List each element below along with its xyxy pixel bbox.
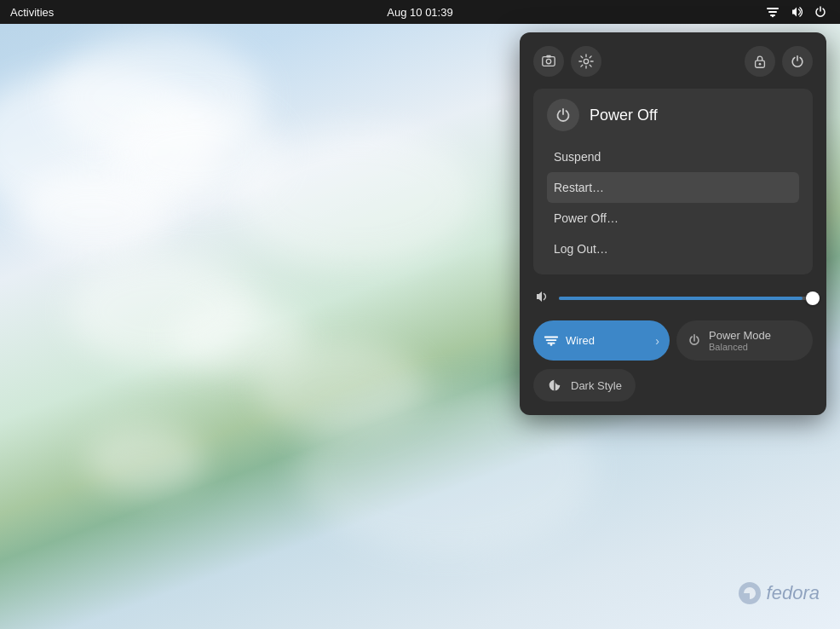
- logout-button[interactable]: Log Out…: [547, 234, 799, 264]
- svg-rect-1: [768, 11, 777, 13]
- panel-header-left: [533, 46, 601, 77]
- screenshot-icon: [541, 54, 556, 69]
- power-mode-subtitle: Balanced: [709, 342, 771, 352]
- power-mode-title: Power Mode: [709, 329, 771, 342]
- activities-button[interactable]: Activities: [10, 6, 54, 19]
- volume-slider-track[interactable]: [559, 297, 813, 300]
- svg-rect-6: [546, 55, 550, 58]
- power-off-title-row: Power Off: [547, 99, 799, 131]
- power-topbar-icon: [814, 5, 827, 19]
- wired-inner: Wired: [544, 333, 595, 349]
- panel-header: [533, 46, 813, 77]
- topbar: Activities Aug 10 01:39: [0, 0, 840, 24]
- wired-label: Wired: [566, 334, 595, 347]
- power-panel-icon: [790, 54, 805, 69]
- topbar-left: Activities: [10, 6, 54, 19]
- svg-rect-4: [543, 57, 555, 66]
- power-off-section: Power Off Suspend Restart… Power Off… Lo…: [533, 89, 813, 274]
- network-icon: [766, 5, 780, 19]
- dark-style-button[interactable]: Dark Style: [533, 369, 636, 401]
- svg-point-5: [546, 59, 550, 63]
- power-off-icon: [555, 107, 572, 124]
- quick-settings-panel: Power Off Suspend Restart… Power Off… Lo…: [520, 32, 826, 415]
- topbar-datetime: Aug 10 01:39: [387, 6, 452, 19]
- svg-point-13: [550, 343, 553, 346]
- power-mode-info: Power Mode Balanced: [709, 329, 771, 352]
- svg-rect-0: [767, 8, 779, 9]
- panel-header-right: [745, 46, 813, 77]
- power-mode-button[interactable]: Power Mode Balanced: [676, 320, 813, 361]
- quick-toggle-row: Wired › Power Mode Balanced: [533, 320, 813, 361]
- volume-slider-fill: [559, 297, 803, 300]
- volume-icon: [533, 288, 550, 309]
- fedora-logo-icon: [738, 581, 762, 605]
- settings-button[interactable]: [571, 46, 601, 77]
- fedora-watermark: fedora: [738, 581, 820, 605]
- svg-point-9: [759, 63, 762, 66]
- svg-point-7: [584, 59, 588, 63]
- power-panel-button[interactable]: [782, 46, 813, 77]
- restart-button[interactable]: Restart…: [547, 172, 799, 203]
- power-icon-button[interactable]: [811, 3, 830, 21]
- wired-button[interactable]: Wired ›: [533, 320, 670, 361]
- lock-icon: [752, 54, 768, 69]
- topbar-right: [763, 3, 830, 21]
- wired-icon: [544, 333, 559, 349]
- power-off-title: Power Off: [590, 107, 658, 124]
- volume-topbar-icon: [790, 5, 803, 19]
- power-off-icon-circle: [547, 99, 579, 131]
- svg-rect-10: [544, 336, 558, 338]
- volume-slider-thumb: [806, 291, 820, 305]
- screenshot-button[interactable]: [533, 46, 564, 77]
- volume-row: [533, 285, 813, 312]
- volume-speaker-icon: [533, 288, 550, 305]
- power-mode-inner: Power Mode Balanced: [687, 329, 771, 352]
- dark-style-icon: [547, 378, 562, 393]
- network-icon-button[interactable]: [763, 3, 782, 21]
- svg-rect-11: [546, 339, 557, 341]
- fedora-text: fedora: [767, 582, 820, 604]
- wired-arrow: ›: [655, 334, 659, 348]
- power-off-button[interactable]: Power Off…: [547, 203, 799, 234]
- settings-icon: [578, 54, 594, 69]
- lock-button[interactable]: [745, 46, 775, 77]
- suspend-button[interactable]: Suspend: [547, 141, 799, 172]
- dark-style-label: Dark Style: [571, 379, 622, 392]
- volume-icon-button[interactable]: [787, 3, 806, 21]
- svg-point-3: [772, 15, 774, 17]
- power-mode-icon: [687, 333, 702, 349]
